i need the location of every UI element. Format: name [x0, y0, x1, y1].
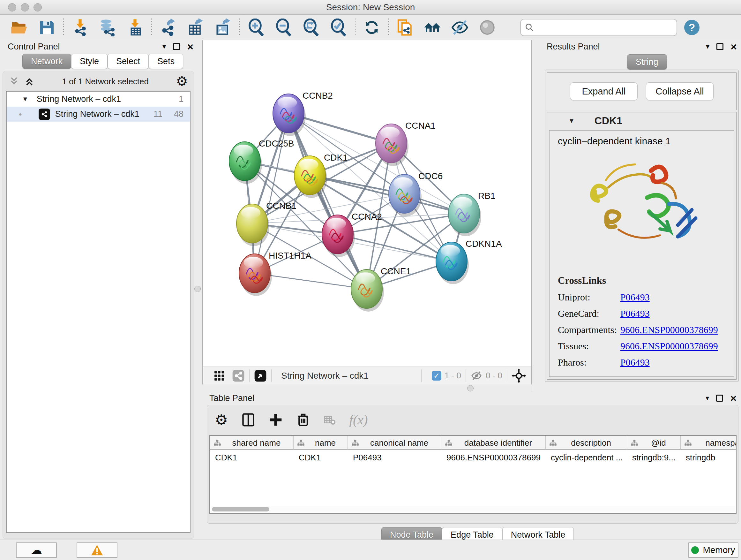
save-session-button[interactable]	[33, 17, 61, 38]
zoom-fit-button[interactable]	[297, 17, 325, 38]
column-header-canonical-name[interactable]: canonical name	[348, 436, 441, 450]
network-node-ccne1[interactable]: CCNE1	[351, 266, 411, 312]
cdk1-section-header[interactable]: ▼ CDK1	[547, 112, 736, 129]
table-cell[interactable]: P06493	[348, 450, 441, 464]
import-network-file-button[interactable]	[66, 17, 94, 38]
network-node-ccnb1[interactable]: CCNB1	[237, 201, 296, 246]
delete-trash-icon[interactable]	[296, 413, 310, 427]
column-header-name[interactable]: name	[293, 436, 348, 450]
zoom-selected-button[interactable]	[325, 17, 352, 38]
export-image-button[interactable]	[209, 17, 237, 38]
memory-button[interactable]: Memory	[688, 543, 738, 558]
help-button[interactable]: ?	[684, 20, 699, 35]
minimize-window-button[interactable]	[21, 3, 29, 11]
hide-selected-button[interactable]	[446, 17, 474, 38]
export-network-button[interactable]	[154, 17, 182, 38]
create-column-icon[interactable]	[241, 413, 255, 427]
network-row-selected[interactable]: ● String Network – cdk1 11 48	[7, 107, 190, 122]
search-input[interactable]	[537, 22, 673, 32]
column-header-id[interactable]: @id	[627, 436, 681, 450]
clone-network-button[interactable]	[391, 17, 419, 38]
panel-float-icon[interactable]	[173, 43, 180, 50]
collapse-all-icon[interactable]	[9, 76, 19, 87]
tree-expand-icon[interactable]: ▼	[22, 96, 28, 103]
panel-close-icon[interactable]: ×	[730, 395, 737, 401]
network-node-ccna1[interactable]: CCNA1	[376, 121, 435, 166]
panel-float-icon[interactable]	[716, 395, 723, 401]
cloud-status-button[interactable]: ☁	[16, 543, 57, 558]
tab-select[interactable]: Select	[108, 54, 149, 69]
grid-view-icon[interactable]	[213, 370, 225, 381]
left-splitter-handle[interactable]	[194, 286, 201, 292]
hidden-eye-slash-icon[interactable]	[470, 370, 482, 382]
network-canvas[interactable]: CCNB2CCNA1CDC25BCDK1CDC6RB1CCNB1CCNA2CDK…	[202, 40, 532, 367]
zoom-in-button[interactable]	[243, 17, 270, 38]
import-network-database-button[interactable]	[94, 17, 121, 38]
refresh-view-button[interactable]	[358, 17, 386, 38]
network-node-hist1h1a[interactable]: HIST1H1A	[239, 251, 312, 296]
column-header-namespace[interactable]: namespace	[681, 436, 737, 450]
column-header-shared-name[interactable]: shared name	[210, 436, 293, 450]
expand-all-icon[interactable]	[24, 76, 35, 87]
add-row-plus-icon[interactable]	[269, 413, 283, 427]
network-node-ccnb2[interactable]: CCNB2	[273, 91, 333, 136]
zoom-out-button[interactable]	[270, 17, 297, 38]
table-cell[interactable]: stringdb	[681, 450, 737, 464]
open-session-button[interactable]	[6, 17, 33, 38]
zoom-window-button[interactable]	[33, 3, 42, 11]
network-edge[interactable]	[288, 113, 367, 289]
zoom-fit-icon	[302, 18, 320, 37]
panel-float-icon[interactable]	[717, 43, 724, 50]
panel-menu-icon[interactable]: ▾	[162, 43, 166, 51]
network-node-cdk1[interactable]: CDK1	[294, 152, 348, 198]
tab-sets[interactable]: Sets	[149, 54, 183, 69]
column-header-database-identifier[interactable]: database identifier	[441, 436, 546, 450]
export-table-button[interactable]	[182, 17, 209, 38]
splitter-dot-handle[interactable]	[467, 385, 474, 391]
crosslink-link[interactable]: P06493	[620, 308, 650, 319]
network-node-rb1[interactable]: RB1	[448, 191, 495, 236]
scrollbar-thumb[interactable]	[212, 507, 269, 511]
table-cell[interactable]: stringdb:9...	[627, 450, 681, 464]
tab-style[interactable]: Style	[71, 54, 108, 69]
search-field[interactable]	[520, 19, 677, 36]
close-window-button[interactable]	[8, 3, 16, 11]
section-expand-icon[interactable]: ▼	[568, 117, 575, 125]
collapse-all-button[interactable]: Collapse All	[646, 82, 714, 100]
crosslink-link[interactable]: 9606.ENSP00000378699	[620, 324, 718, 335]
column-header-description[interactable]: description	[546, 436, 627, 450]
network-edge[interactable]	[255, 113, 288, 273]
warnings-button[interactable]	[77, 543, 118, 558]
panel-close-icon[interactable]: ×	[731, 43, 737, 50]
string-network-graph[interactable]: CCNB2CCNA1CDC25BCDK1CDC6RB1CCNB1CCNA2CDK…	[203, 40, 531, 367]
network-node-cdkn1a[interactable]: CDKN1A	[436, 239, 502, 284]
crosslink-link[interactable]: P06493	[620, 357, 650, 368]
table-cell[interactable]: cyclin-dependent ...	[546, 450, 627, 464]
network-share-icon[interactable]	[232, 369, 245, 382]
node-table[interactable]: shared namenamecanonical namedatabase id…	[209, 435, 737, 514]
panel-menu-icon[interactable]: ▾	[706, 43, 710, 51]
selected-checkbox-icon[interactable]: ✓	[432, 371, 441, 381]
panel-close-icon[interactable]: ×	[187, 43, 193, 50]
table-cell[interactable]: CDK1	[293, 450, 348, 464]
table-cell[interactable]: 9606.ENSP00000378699	[441, 450, 546, 464]
horizontal-scrollbar[interactable]	[211, 506, 735, 512]
network-options-gear-icon[interactable]: ⚙	[176, 75, 188, 88]
show-all-nodes-button[interactable]	[419, 17, 446, 38]
fit-content-crosshair-icon[interactable]	[512, 368, 526, 383]
table-cell[interactable]: CDK1	[210, 450, 293, 464]
show-hidden-button[interactable]	[474, 17, 501, 38]
import-table-file-button[interactable]	[121, 17, 149, 38]
network-node-cdc6[interactable]: CDC6	[389, 171, 443, 216]
tab-string[interactable]: String	[627, 54, 667, 70]
birds-eye-view-icon[interactable]	[254, 369, 267, 382]
table-options-gear-icon[interactable]: ⚙	[215, 413, 228, 427]
network-collection-row[interactable]: ▼ String Network – cdk1 1	[7, 91, 190, 107]
expand-collapse-box: Expand All Collapse All	[547, 72, 737, 110]
panel-menu-icon[interactable]: ▾	[705, 394, 709, 402]
network-node-cdc25b[interactable]: CDC25B	[229, 138, 294, 184]
crosslink-link[interactable]: 9606.ENSP00000378699	[620, 341, 718, 352]
crosslink-link[interactable]: P06493	[620, 292, 650, 303]
tab-network[interactable]: Network	[22, 54, 71, 69]
expand-all-button[interactable]: Expand All	[570, 82, 637, 100]
